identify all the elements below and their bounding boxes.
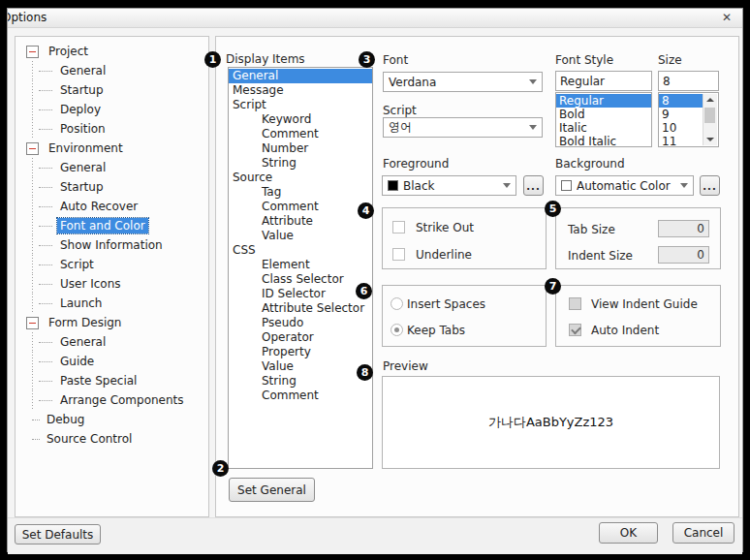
display-item[interactable]: Value [229,359,372,374]
dropdown-arrow-icon [529,125,537,130]
tree-item[interactable]: Deploy [16,100,208,119]
tree-item[interactable]: General [16,332,208,352]
tab-size-label: Tab Size [568,223,615,236]
scrollbar-thumb[interactable] [704,108,715,123]
display-item[interactable]: Comment [229,200,372,214]
set-defaults-button[interactable]: Set Defaults [15,524,101,544]
display-item[interactable]: Number [229,141,372,156]
ok-button[interactable]: OK [599,522,658,544]
tab-size-input[interactable] [658,220,709,237]
font-size-option[interactable]: 8 [659,94,703,108]
display-item[interactable]: Tag [229,185,372,200]
tree-item[interactable]: General [16,158,208,177]
scroll-down-icon[interactable] [706,138,714,141]
font-family-select[interactable]: Verdana [383,72,543,92]
tree-item[interactable]: Show Information [16,235,208,255]
title-bar[interactable]: Options ✕ [8,9,742,28]
set-general-button[interactable]: Set General [229,478,315,502]
font-style-list[interactable]: Regular Bold Italic Bold Italic [555,92,652,147]
display-item[interactable]: General [229,69,372,83]
font-size-options[interactable]: 8 9 10 11 [659,94,703,146]
font-size-option[interactable]: 9 [659,108,703,121]
white-color-swatch-icon [561,180,572,191]
display-item[interactable]: CSS [229,243,372,258]
keep-tabs-radio[interactable] [391,324,403,336]
view-indent-guide-checkbox[interactable] [569,297,581,310]
font-size-option-label: 8 [662,94,670,108]
strike-out-checkbox[interactable] [392,221,405,233]
dropdown-arrow-icon [680,183,688,188]
display-item[interactable]: Value [229,229,372,243]
font-size-list[interactable]: 8 9 10 11 [658,92,719,147]
font-style-option[interactable]: Bold Italic [556,135,651,147]
display-item[interactable]: ID Selector [229,287,372,301]
tree-item[interactable]: Script [16,255,208,274]
tree-collapse-icon[interactable] [26,317,39,329]
background-color-select[interactable]: Automatic Color [555,175,694,196]
font-style-option[interactable]: Regular [556,94,651,108]
script-select[interactable]: 영어 [383,117,543,138]
display-items-list[interactable]: General Message Script Keyword Comment N… [228,67,373,469]
display-item[interactable]: Source [229,171,372,185]
display-item[interactable]: Element [229,258,372,272]
display-item-label: String [262,156,297,170]
script-value: 영어 [389,119,529,136]
size-list-scrollbar[interactable] [703,94,717,145]
display-item-label: Element [262,258,310,271]
font-size-option[interactable]: 11 [659,135,703,147]
display-item[interactable]: Class Selector [229,272,372,287]
display-item[interactable]: Property [229,345,372,359]
font-style-option-label: Bold Italic [559,135,616,147]
tree-item[interactable]: Auto Recover [16,197,208,216]
display-item[interactable]: Attribute Selector [229,301,372,316]
display-item[interactable]: Attribute [229,214,372,229]
preview-sample-text: 가나다AaBbYyZz123 [488,414,613,431]
auto-indent-checkbox[interactable] [569,324,581,336]
tree-item[interactable]: Environment [16,139,208,158]
font-style-option[interactable]: Bold [556,108,651,121]
tree-item[interactable]: Source Control [16,429,208,449]
tree-item[interactable]: Startup [16,177,208,197]
cancel-button[interactable]: Cancel [672,522,734,544]
font-size-input[interactable]: 8 [658,71,719,91]
tree-item[interactable]: Arrange Components [16,390,208,410]
font-size-option[interactable]: 10 [659,121,703,135]
foreground-browse-button[interactable]: ... [523,175,544,196]
tree-item[interactable]: General [16,61,208,80]
tree-item[interactable]: Launch [16,294,208,313]
close-icon[interactable]: ✕ [717,10,736,26]
underline-checkbox[interactable] [392,248,405,261]
display-item[interactable]: String [229,156,372,171]
display-item[interactable]: String [229,374,372,389]
tree-item[interactable]: Paste Special [16,371,208,390]
font-style-input[interactable]: Regular [555,71,652,91]
display-item[interactable]: Pseudo [229,316,372,330]
tree-item[interactable]: Project [16,42,208,61]
step-1-badge: 1 [204,51,221,68]
options-category-tree[interactable]: Project General Startup Deploy Position … [15,36,209,517]
tree-item[interactable]: Debug [16,410,208,429]
display-item[interactable]: Message [229,83,372,98]
tree-item[interactable]: Startup [16,80,208,100]
tree-collapse-icon[interactable] [26,142,39,155]
tree-item[interactable]: Position [16,119,208,139]
tree-item[interactable]: Guide [16,352,208,371]
tree-item[interactable]: User Icons [16,274,208,294]
font-style-option[interactable]: Italic [556,121,651,135]
tree-item[interactable]: Font and Color [16,216,208,235]
display-item[interactable]: Comment [229,389,372,403]
background-browse-button[interactable]: ... [700,175,720,196]
preview-label: Preview [383,359,428,373]
insert-spaces-radio[interactable] [391,297,403,310]
display-item[interactable]: Keyword [229,112,372,127]
indent-size-input[interactable] [658,246,709,264]
tree-collapse-icon[interactable] [26,46,39,58]
display-item-label: Value [262,229,294,242]
font-family-value: Verdana [389,76,529,89]
display-item[interactable]: Script [229,98,372,112]
display-item[interactable]: Operator [229,330,372,345]
foreground-color-select[interactable]: Black [382,175,516,196]
display-item[interactable]: Comment [229,127,372,141]
tree-item[interactable]: Form Design [16,313,208,332]
scroll-up-icon[interactable] [706,98,714,102]
